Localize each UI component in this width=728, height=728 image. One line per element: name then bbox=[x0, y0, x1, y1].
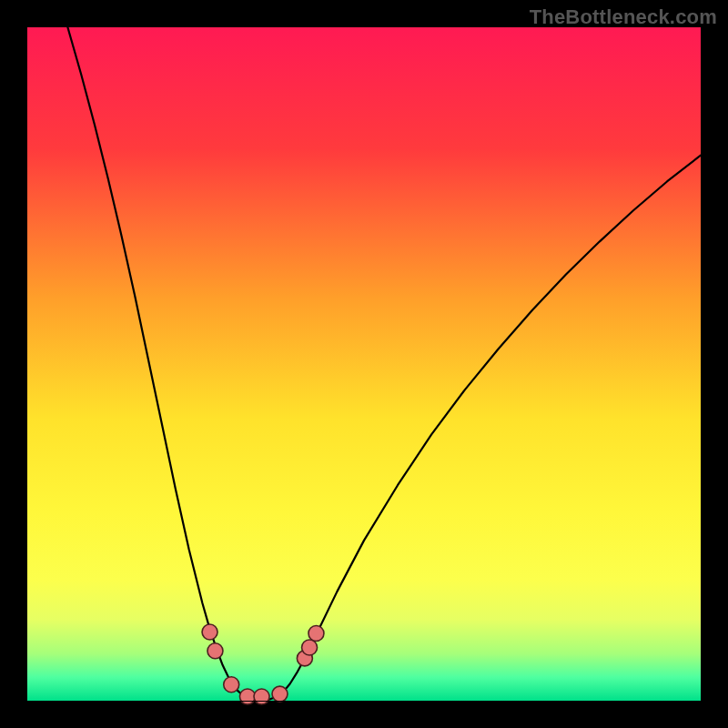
data-marker bbox=[239, 689, 255, 704]
chart-frame: TheBottleneck.com bbox=[0, 0, 728, 728]
data-marker bbox=[207, 643, 223, 659]
data-marker bbox=[272, 686, 288, 702]
data-marker bbox=[254, 689, 269, 704]
chart-svg bbox=[0, 0, 728, 728]
data-marker bbox=[308, 626, 324, 642]
data-marker bbox=[202, 624, 217, 640]
watermark-label: TheBottleneck.com bbox=[530, 5, 717, 29]
data-marker bbox=[302, 640, 318, 655]
data-marker bbox=[224, 677, 239, 693]
plot-background bbox=[27, 27, 701, 701]
